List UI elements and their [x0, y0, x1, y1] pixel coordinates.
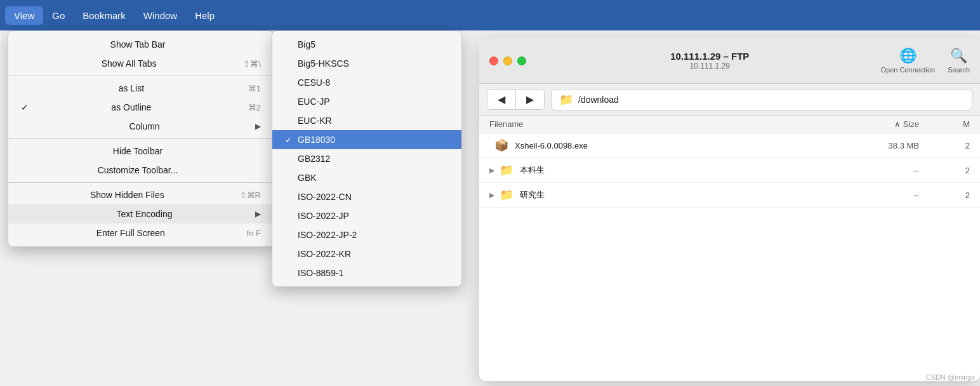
ftp-title-main: 10.111.1.29 – FTP: [539, 51, 881, 62]
ftp-title-sub: 10.111.1.29: [539, 62, 881, 70]
file-modified: 2: [919, 141, 970, 150]
header-modified: M: [919, 119, 970, 129]
file-modified: 2: [919, 166, 970, 175]
separator-1: [8, 76, 274, 76]
file-row[interactable]: ▶ 📁 研究生 -- 2: [479, 183, 980, 208]
folder-icon: 📁: [500, 163, 513, 177]
menu-item-show-hidden-files[interactable]: Show Hidden Files ⇧⌘R: [8, 185, 274, 204]
globe-icon: 🌐: [899, 48, 917, 64]
enc-euc-jp[interactable]: EUC-JP: [272, 92, 461, 111]
menu-help[interactable]: Help: [186, 6, 223, 25]
menu-go[interactable]: Go: [43, 6, 74, 25]
forward-button[interactable]: ▶: [516, 90, 544, 109]
minimize-button[interactable]: [503, 57, 512, 65]
path-text: /download: [578, 95, 619, 105]
ftp-window: 10.111.1.29 – FTP 10.111.1.29 🌐 Open Con…: [479, 38, 980, 381]
file-name: 本科生: [520, 164, 843, 176]
header-filename: Filename: [489, 119, 843, 129]
maximize-button[interactable]: [517, 57, 526, 65]
menu-item-as-outline[interactable]: ✓ as Outline ⌘2: [8, 98, 274, 117]
search-label: Search: [948, 66, 970, 74]
traffic-lights: [489, 57, 526, 65]
ftp-titlebar: 10.111.1.29 – FTP 10.111.1.29 🌐 Open Con…: [479, 38, 980, 84]
enc-gb2312[interactable]: GB2312: [272, 149, 461, 168]
enc-gbk[interactable]: GBK: [272, 168, 461, 187]
header-size: ∧ Size: [843, 119, 919, 129]
enc-iso-8859-1[interactable]: ISO-8859-1: [272, 263, 461, 283]
menu-window[interactable]: Window: [135, 6, 186, 25]
encoding-dropdown: Big5 Big5-HKSCS CESU-8 EUC-JP EUC-KR ✓ G…: [272, 30, 462, 287]
back-button[interactable]: ◀: [487, 90, 516, 109]
menu-item-text-encoding[interactable]: Text Encoding ▶: [8, 204, 274, 223]
sort-arrow-icon: ∧: [894, 119, 901, 129]
menu-item-show-tab-bar[interactable]: Show Tab Bar: [8, 35, 274, 54]
menu-item-enter-full-screen[interactable]: Enter Full Screen fn F: [8, 223, 274, 243]
enc-gb18030[interactable]: ✓ GB18030: [272, 130, 461, 149]
menu-item-customize-toolbar[interactable]: Customize Toolbar...: [8, 161, 274, 180]
enc-big5-hkscs[interactable]: Big5-HKSCS: [272, 54, 461, 73]
ftp-title: 10.111.1.29 – FTP 10.111.1.29: [539, 51, 881, 70]
search-icon: 🔍: [950, 48, 967, 64]
menu-item-show-all-tabs[interactable]: Show All Tabs ⇧⌘\: [8, 54, 274, 73]
ftp-toolbar: 🌐 Open Connection 🔍 Search: [881, 48, 970, 74]
nav-btn-group: ◀ ▶: [487, 89, 545, 110]
separator-2: [8, 138, 274, 139]
open-connection-label: Open Connection: [881, 66, 936, 74]
separator-3: [8, 182, 274, 183]
file-modified: 2: [919, 190, 970, 200]
enc-cesu-8[interactable]: CESU-8: [272, 73, 461, 92]
watermark: CSDN @imingx: [926, 373, 975, 381]
close-button[interactable]: [489, 57, 498, 65]
enc-iso-2022-jp[interactable]: ISO-2022-JP: [272, 206, 461, 225]
menu-bookmark[interactable]: Bookmark: [74, 6, 135, 25]
file-row[interactable]: 📦 Xshell-6.0.0098.exe 38.3 MB 2: [479, 133, 980, 158]
enc-iso-2022-kr[interactable]: ISO-2022-KR: [272, 244, 461, 263]
menu-bar: View Go Bookmark Window Help: [0, 0, 980, 30]
file-size: --: [843, 190, 919, 200]
enc-big5[interactable]: Big5: [272, 35, 461, 54]
menu-item-column[interactable]: Column ▶: [8, 117, 274, 136]
search-button[interactable]: 🔍 Search: [948, 48, 970, 74]
file-size: 38.3 MB: [843, 141, 919, 150]
file-icon: 📦: [494, 138, 508, 152]
enc-iso-2022-cn[interactable]: ISO-2022-CN: [272, 187, 461, 206]
path-bar: 📁 /download: [551, 89, 972, 110]
open-connection-button[interactable]: 🌐 Open Connection: [881, 48, 936, 74]
file-list-header: Filename ∧ Size M: [479, 116, 980, 133]
view-dropdown: Show Tab Bar Show All Tabs ⇧⌘\ as List ⌘…: [8, 30, 274, 247]
menu-item-hide-toolbar[interactable]: Hide Toolbar: [8, 142, 274, 161]
file-size: --: [843, 166, 919, 175]
menu-item-as-list[interactable]: as List ⌘1: [8, 79, 274, 98]
ftp-navbar: ◀ ▶ 📁 /download: [479, 84, 980, 116]
folder-icon: 📁: [559, 93, 573, 107]
enc-euc-kr[interactable]: EUC-KR: [272, 111, 461, 130]
menu-view[interactable]: View: [5, 6, 43, 25]
enc-iso-2022-jp-2[interactable]: ISO-2022-JP-2: [272, 225, 461, 244]
ftp-filelist: 📦 Xshell-6.0.0098.exe 38.3 MB 2 ▶ 📁 本科生 …: [479, 133, 980, 381]
file-row[interactable]: ▶ 📁 本科生 -- 2: [479, 158, 980, 183]
file-name: 研究生: [520, 189, 843, 201]
folder-icon: 📁: [500, 188, 513, 202]
file-name: Xshell-6.0.0098.exe: [515, 141, 843, 150]
